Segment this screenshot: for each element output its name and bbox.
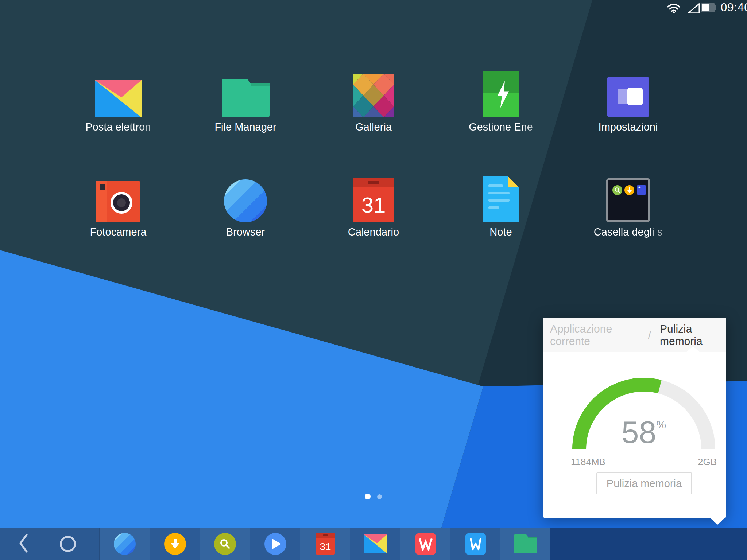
panel-header: Applicazione corrente / Pulizia memoria — [543, 318, 726, 352]
taskbar-search[interactable] — [200, 528, 250, 560]
app-impostazioni[interactable]: Impostazioni — [573, 71, 683, 133]
calendar-icon: 31 — [353, 178, 394, 222]
app-browser[interactable]: Browser — [191, 177, 300, 238]
taskbar: 31 — [0, 528, 747, 560]
battery-saver-icon — [483, 71, 519, 117]
wifi-icon — [667, 2, 681, 15]
taskbar-browser[interactable] — [99, 528, 150, 560]
memory-used-label: 1184MB — [571, 456, 605, 468]
app-label: Galleria — [319, 121, 428, 133]
calendar-day: 31 — [361, 193, 386, 217]
app-gestione-energetica[interactable]: Gestione Ene — [446, 71, 556, 133]
taskbar-calendar[interactable]: 31 — [300, 528, 350, 560]
browser-globe-icon — [224, 179, 267, 222]
app-label: Note — [446, 226, 556, 238]
clean-memory-button[interactable]: Pulizia memoria — [596, 472, 692, 494]
tab-memory-clean[interactable]: Pulizia memoria — [660, 323, 726, 347]
browser-icon — [114, 533, 136, 555]
email-app-icon — [95, 80, 142, 117]
back-icon[interactable] — [18, 533, 29, 555]
folder-icon — [222, 79, 270, 117]
tab-current-app[interactable]: Applicazione corrente — [550, 323, 639, 347]
app-label: Calendario — [319, 226, 428, 238]
taskbar-wps-writer[interactable] — [400, 528, 450, 560]
email-icon — [364, 534, 387, 553]
gallery-mosaic-icon — [353, 74, 394, 117]
downloads-icon — [164, 533, 186, 555]
app-label: Browser — [191, 226, 300, 238]
toolbox-download-icon — [624, 185, 634, 195]
app-label: Casella degli s — [573, 226, 683, 238]
app-label: Impostazioni — [573, 121, 683, 133]
app-galleria[interactable]: Galleria — [319, 71, 428, 133]
nav-section — [0, 528, 99, 560]
taskbar-play[interactable] — [250, 528, 300, 560]
active-tab-caret — [686, 346, 700, 353]
battery-fill — [702, 4, 709, 11]
writer-icon — [465, 533, 486, 555]
app-file-manager[interactable]: File Manager — [191, 71, 300, 133]
app-casella-strumenti[interactable]: + = Casella degli s — [573, 177, 683, 238]
taskbar-downloads[interactable] — [150, 528, 200, 560]
taskbar-email[interactable] — [350, 528, 400, 560]
play-icon — [264, 533, 286, 555]
percent-value: 58 — [622, 415, 657, 450]
app-label: File Manager — [191, 121, 300, 133]
pager-dot-inactive[interactable] — [377, 494, 382, 499]
app-note[interactable]: Note — [446, 177, 556, 238]
signal-triangle-icon — [687, 3, 700, 16]
camera-icon — [96, 181, 140, 222]
toolbox-search-icon — [612, 185, 622, 195]
app-label: Gestione Ene — [446, 121, 556, 133]
status-clock: 09:40 — [721, 1, 747, 14]
search-icon — [214, 533, 236, 555]
app-fotocamera[interactable]: Fotocamera — [63, 177, 173, 238]
toolbox-calculator-icon: + = — [637, 185, 646, 195]
home-screen: 09:40 Posta elettron File Manager — [0, 0, 747, 560]
percent-unit: % — [656, 419, 666, 431]
file-manager-icon — [514, 534, 537, 553]
note-icon — [483, 176, 519, 222]
toolbox-icon: + = — [606, 178, 650, 222]
memory-total-label: 2GB — [698, 456, 717, 468]
home-icon[interactable] — [60, 536, 76, 552]
memory-percent: 58% — [571, 416, 717, 448]
pager-dot-active[interactable] — [365, 494, 371, 499]
app-label: Posta elettron — [63, 121, 173, 133]
panel-pointer-notch — [709, 517, 725, 525]
settings-icon — [607, 77, 649, 117]
memory-cleaner-panel: Applicazione corrente / Pulizia memoria … — [543, 318, 726, 518]
wps-writer-icon — [415, 533, 436, 555]
taskbar-file-manager[interactable] — [500, 528, 550, 560]
battery-icon — [701, 3, 717, 12]
tab-separator: / — [648, 329, 651, 341]
taskbar-writer[interactable] — [450, 528, 500, 560]
gauge-range-labels: 1184MB 2GB — [571, 456, 717, 468]
app-label: Fotocamera — [63, 226, 173, 238]
calendar-icon: 31 — [316, 533, 335, 555]
app-posta-elettronica[interactable]: Posta elettron — [63, 71, 173, 133]
calendar-day: 31 — [320, 541, 331, 552]
app-calendario[interactable]: 31 Calendario — [319, 177, 428, 238]
